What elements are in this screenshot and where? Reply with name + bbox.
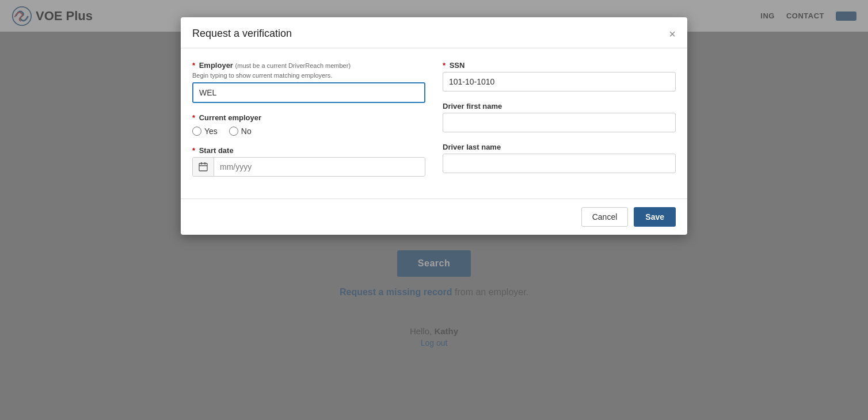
no-label: No [241, 127, 252, 136]
date-input-wrapper [192, 157, 425, 177]
modal-title: Request a verification [192, 28, 292, 40]
yes-radio-label[interactable]: Yes [192, 127, 218, 136]
driver-last-name-input[interactable] [443, 154, 676, 173]
driver-first-name-group: Driver first name [443, 102, 676, 132]
ssn-label: * SSN [443, 61, 676, 70]
modal-overlay: Request a verification × * Employer (mus… [0, 0, 868, 420]
start-date-group: * Start date [192, 146, 425, 177]
svg-rect-1 [199, 163, 207, 171]
employer-group: * Employer (must be a current DriverReac… [192, 61, 425, 103]
cancel-button[interactable]: Cancel [581, 207, 629, 227]
calendar-icon [193, 158, 214, 176]
driver-last-name-label: Driver last name [443, 143, 676, 151]
current-employer-group: * Current employer Yes No [192, 113, 425, 136]
modal-dialog: Request a verification × * Employer (mus… [181, 17, 687, 235]
current-employer-label: * Current employer [192, 113, 425, 122]
employer-hint: Begin typing to show current matching em… [192, 72, 425, 79]
yes-label: Yes [204, 127, 218, 136]
employer-input[interactable] [192, 82, 425, 103]
employer-required-star: * [192, 61, 195, 70]
ssn-star: * [443, 61, 446, 70]
current-employer-label-text: Current employer [199, 113, 261, 122]
driver-first-name-input[interactable] [443, 113, 676, 132]
start-date-star: * [192, 146, 195, 155]
no-radio[interactable] [229, 127, 238, 136]
ssn-input[interactable] [443, 72, 676, 91]
modal-right-column: * SSN Driver first name Driver last name [443, 61, 676, 187]
start-date-input[interactable] [214, 158, 425, 176]
save-button[interactable]: Save [634, 207, 676, 227]
yes-radio[interactable] [192, 127, 201, 136]
current-employer-radio-group: Yes No [192, 127, 425, 136]
modal-footer: Cancel Save [181, 198, 687, 235]
modal-header: Request a verification × [181, 17, 687, 48]
start-date-label: * Start date [192, 146, 425, 155]
ssn-label-text: SSN [450, 61, 465, 70]
start-date-label-text: Start date [199, 146, 234, 155]
employer-sub-label: (must be a current DriverReach member) [235, 62, 351, 69]
employer-label: * Employer (must be a current DriverReac… [192, 61, 425, 70]
current-employer-star: * [192, 113, 195, 122]
modal-body: * Employer (must be a current DriverReac… [181, 48, 687, 198]
ssn-group: * SSN [443, 61, 676, 91]
modal-left-column: * Employer (must be a current DriverReac… [192, 61, 425, 187]
no-radio-label[interactable]: No [229, 127, 252, 136]
employer-label-text: Employer [199, 61, 233, 70]
driver-last-name-group: Driver last name [443, 143, 676, 173]
modal-close-button[interactable]: × [669, 28, 676, 40]
driver-first-name-label: Driver first name [443, 102, 676, 110]
